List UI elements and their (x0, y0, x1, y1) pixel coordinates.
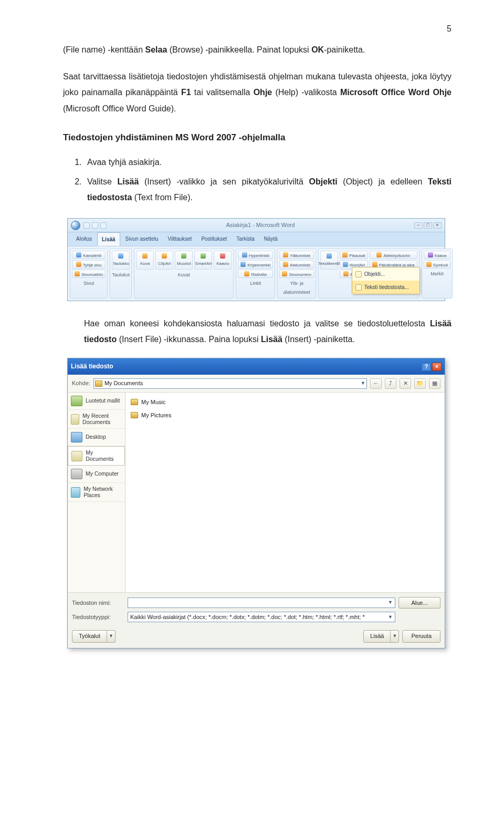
place-computer[interactable]: My Computer (68, 466, 125, 483)
dialog-toolbar: Kohde: My Documents ▼ ← ⤴ ✕ 📁 ▦ (68, 375, 445, 393)
dialog-body: Luotetut mallit My Recent Documents Desk… (68, 393, 445, 592)
place-network[interactable]: My Network Places (68, 483, 125, 502)
office-button-icon[interactable] (71, 221, 80, 230)
group-label: Sivut (72, 278, 106, 288)
filetype-combo[interactable]: Kaikki Word-asiakirjat (*.docx; *.docm; … (128, 612, 395, 622)
bookmark-button[interactable]: Kirjanmerkki (238, 260, 273, 269)
close-icon[interactable]: × (432, 363, 442, 371)
place-recent[interactable]: My Recent Documents (68, 410, 125, 429)
folder-item[interactable]: My Pictures (131, 409, 439, 422)
text: Ohje (254, 88, 272, 97)
chevron-down-icon: ▼ (361, 379, 365, 388)
blank-page-button[interactable]: Tyhjä sivu (72, 260, 106, 269)
views-button[interactable]: ▦ (429, 378, 440, 389)
group-label: Ylä- ja alatunnisteet (279, 278, 314, 297)
symbol-button[interactable]: Symboli (424, 260, 450, 269)
newfolder-button[interactable]: 📁 (414, 378, 426, 389)
group-pages: Kansilehti Tyhjä sivu Sivunvaihto Sivut (70, 249, 108, 298)
tools-button[interactable]: Työkalut ▼ (72, 630, 116, 643)
dialog-bottom: Tiedoston nimi: ▼ Alue... Tiedostotyyppi… (68, 592, 445, 627)
file-label: My Pictures (141, 410, 171, 421)
tab-view[interactable]: Näytä (260, 232, 282, 246)
chevron-down-icon: ▼ (388, 613, 393, 622)
insert-file-dialog: Lisää tiedosto ? × Kohde: My Documents ▼… (67, 358, 445, 648)
text: (Help) -valikosta (272, 88, 340, 97)
folder-icon (71, 396, 82, 406)
help-icon[interactable]: ? (422, 363, 431, 371)
cover-page-button[interactable]: Kansilehti (72, 251, 106, 259)
crossref-button[interactable]: Ristiviite (238, 270, 273, 278)
shapes-button[interactable]: Muodot (175, 251, 193, 270)
group-label: Merkit (424, 269, 450, 279)
ribbon-titlebar: Asiakirja1 - Microsoft Word – □ × (68, 219, 445, 232)
file-list[interactable]: My Music My Pictures (125, 393, 445, 592)
lookin-label: Kohde: (72, 378, 90, 389)
places-bar: Luotetut mallit My Recent Documents Desk… (68, 393, 125, 592)
tab-mailings[interactable]: Postitukset (197, 232, 231, 246)
filetype-value: Kaikki Word-asiakirjat (*.docx; *.docm; … (130, 612, 365, 623)
page-break-button[interactable]: Sivunvaihto (72, 270, 106, 278)
tab-references[interactable]: Viittaukset (163, 232, 196, 246)
cancel-button[interactable]: Peruuta (402, 630, 440, 643)
group-symbols: Kaava Symboli Merkit (422, 249, 453, 298)
tab-review[interactable]: Tarkista (232, 232, 258, 246)
equation-button[interactable]: Kaava (424, 251, 450, 259)
place-label: Luotetut mallit (86, 398, 120, 404)
textbox-button[interactable]: Tekstikenttä (320, 251, 338, 270)
text: (Insert) -painiketta. (282, 335, 355, 344)
paragraph-2: Saat tarvittaessa lisätietoja tiedostoje… (63, 69, 452, 117)
place-documents[interactable]: My Documents (68, 446, 125, 466)
text: Lisää (261, 335, 282, 344)
clipart-button[interactable]: ClipArt (155, 251, 173, 270)
tab-page-layout[interactable]: Sivun asettelu (121, 232, 163, 246)
minimize-icon[interactable]: – (414, 222, 423, 229)
tab-home[interactable]: Aloitus (72, 232, 96, 246)
text: (Insert) -valikko ja sen pikatyökalurivi… (139, 177, 309, 186)
smartart-button[interactable]: SmartArt (194, 251, 212, 270)
maximize-icon[interactable]: □ (424, 222, 432, 229)
footer-button[interactable]: Alatunniste (279, 260, 314, 269)
group-links: Hyperlinkki Kirjanmerkki Ristiviite Link… (236, 249, 275, 298)
place-desktop[interactable]: Desktop (68, 429, 125, 446)
folder-item[interactable]: My Music (131, 396, 439, 409)
lookin-combo[interactable]: My Documents ▼ (93, 378, 367, 389)
text: (Text from File). (132, 193, 193, 202)
object-icon (355, 271, 362, 277)
tools-label: Työkalut (72, 630, 107, 643)
folder-icon (71, 451, 82, 461)
delete-button[interactable]: ✕ (400, 378, 411, 389)
step-2: Valitse Lisää (Insert) -valikko ja sen p… (84, 174, 452, 206)
insert-label: Lisää (363, 630, 391, 643)
quickparts-button[interactable]: Pikaosat (340, 251, 368, 259)
text: Hae oman koneesi kohdekansiosta haluamas… (84, 319, 430, 328)
tab-insert[interactable]: Lisää (97, 232, 120, 246)
text: (Microsoft Office Word Guide). (63, 104, 176, 113)
menu-item-object[interactable]: Objekti... (352, 267, 419, 281)
signature-button[interactable]: Allekirjoitusrivi (370, 251, 417, 259)
chart-button[interactable]: Kaavio (214, 251, 232, 270)
back-button[interactable]: ← (370, 378, 382, 389)
menu-item-text-from-file[interactable]: Teksti tiedostosta... (352, 281, 419, 294)
up-button[interactable]: ⤴ (385, 378, 396, 389)
filename-label: Tiedoston nimi: (72, 598, 124, 609)
quick-access-toolbar[interactable] (83, 222, 107, 229)
filename-input[interactable]: ▼ (128, 598, 395, 608)
steps-list: Avaa tyhjä asiakirja. Valitse Lisää (Ins… (63, 154, 452, 205)
group-label: Taulukot (112, 270, 130, 280)
header-button[interactable]: Ylätunniste (279, 251, 314, 259)
group-headerfooter: Ylätunniste Alatunniste Sivunumero Ylä- … (277, 249, 316, 298)
range-button[interactable]: Alue... (398, 597, 440, 609)
pagenumber-button[interactable]: Sivunumero (279, 270, 314, 278)
folder-icon (71, 414, 79, 425)
hyperlink-button[interactable]: Hyperlinkki (238, 251, 273, 259)
word-ribbon-screenshot: Asiakirja1 - Microsoft Word – □ × Aloitu… (67, 218, 445, 301)
table-button[interactable]: Taulukko (112, 251, 130, 270)
picture-button[interactable]: Kuva (136, 251, 154, 270)
paragraph-1: (File name) -kenttään Selaa (Browse) -pa… (63, 42, 452, 58)
dialog-title: Lisää tiedosto (71, 360, 113, 373)
close-icon[interactable]: × (433, 222, 442, 229)
section-heading: Tiedostojen yhdistäminen MS Word 2007 -o… (63, 129, 452, 146)
insert-button[interactable]: Lisää ▼ (363, 630, 399, 643)
place-templates[interactable]: Luotetut mallit (68, 393, 125, 410)
group-label: Kuvat (136, 270, 232, 280)
